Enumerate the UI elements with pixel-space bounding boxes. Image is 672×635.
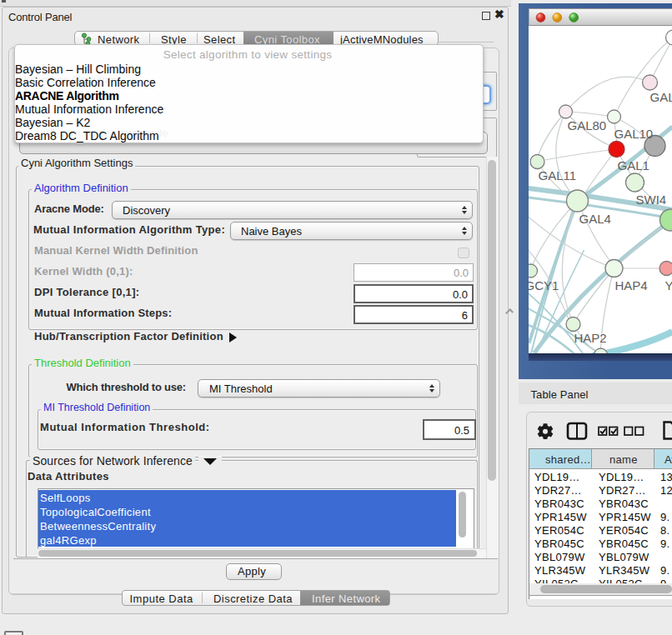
svg-text:GAL8: GAL8 <box>649 90 672 104</box>
svg-text:GAL10: GAL10 <box>614 127 653 141</box>
svg-text:HAP2: HAP2 <box>574 331 606 345</box>
svg-text:GAL4: GAL4 <box>579 212 610 226</box>
svg-text:Y: Y <box>664 278 672 292</box>
svg-text:GAL11: GAL11 <box>538 168 576 182</box>
svg-text:HAP4: HAP4 <box>614 278 647 292</box>
svg-text:GAL1: GAL1 <box>617 158 649 172</box>
svg-text:GAL80: GAL80 <box>567 118 606 132</box>
svg-text:SWI4: SWI4 <box>635 192 666 207</box>
svg-text:GCY1: GCY1 <box>529 278 559 292</box>
